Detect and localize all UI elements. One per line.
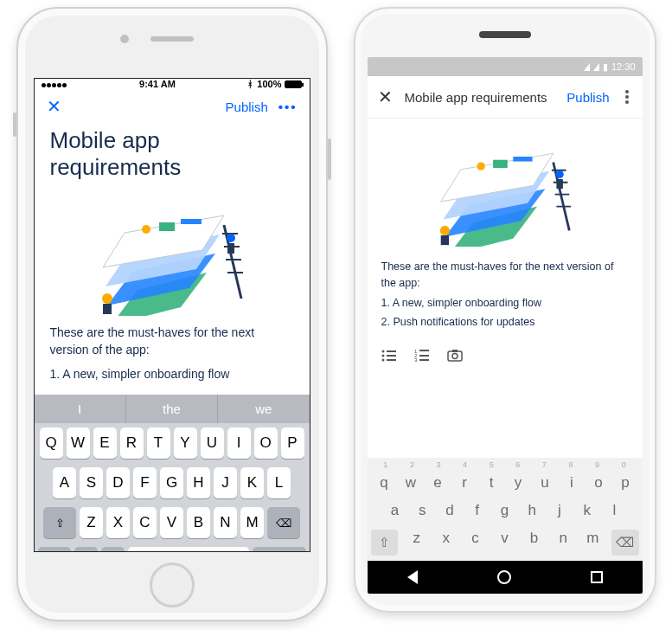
svg-point-34 bbox=[381, 350, 384, 353]
more-menu-button[interactable]: ••• bbox=[278, 100, 298, 114]
key[interactable]: S bbox=[80, 467, 103, 498]
key[interactable]: C bbox=[133, 507, 157, 538]
key[interactable]: r bbox=[453, 474, 476, 492]
suggestion[interactable]: the bbox=[126, 395, 218, 423]
key[interactable]: v bbox=[495, 530, 515, 556]
key[interactable]: t bbox=[480, 474, 502, 492]
num-hint: 4 bbox=[463, 460, 467, 469]
key[interactable]: I bbox=[227, 428, 251, 459]
key[interactable]: s bbox=[411, 502, 433, 519]
key[interactable]: B bbox=[187, 507, 210, 538]
key[interactable]: G bbox=[160, 467, 183, 498]
key[interactable]: w bbox=[400, 474, 422, 492]
key[interactable]: N bbox=[214, 507, 237, 538]
key[interactable]: D bbox=[106, 467, 130, 498]
key[interactable]: V bbox=[160, 507, 183, 538]
svg-rect-33 bbox=[556, 179, 562, 189]
key[interactable]: O bbox=[254, 428, 278, 459]
key[interactable]: e bbox=[426, 474, 449, 492]
battery-percentage: 100% bbox=[257, 79, 281, 89]
key[interactable]: j bbox=[548, 502, 571, 519]
home-button[interactable] bbox=[497, 570, 511, 584]
key[interactable]: Z bbox=[80, 507, 103, 538]
svg-rect-35 bbox=[387, 350, 396, 352]
back-button[interactable] bbox=[407, 570, 418, 584]
key[interactable]: E bbox=[93, 428, 117, 459]
iphone-volume-button bbox=[13, 112, 16, 137]
num-hint: 0 bbox=[622, 460, 626, 469]
key[interactable]: Y bbox=[174, 428, 197, 459]
key[interactable]: l bbox=[604, 502, 626, 519]
key[interactable]: n bbox=[553, 530, 573, 556]
list-item[interactable]: 1. A new, simpler onboarding flow bbox=[50, 366, 294, 383]
key[interactable]: W bbox=[67, 428, 90, 459]
key[interactable]: u bbox=[534, 474, 556, 492]
key[interactable]: A bbox=[53, 467, 76, 498]
numbered-list-button[interactable]: 123 bbox=[414, 348, 430, 367]
key[interactable]: f bbox=[466, 502, 489, 519]
key[interactable]: k bbox=[576, 502, 598, 519]
key[interactable]: X bbox=[106, 507, 130, 538]
intro-paragraph[interactable]: These are the must-haves for the next ve… bbox=[381, 259, 629, 292]
iphone-home-button[interactable] bbox=[150, 562, 195, 608]
publish-button[interactable]: Publish bbox=[566, 90, 609, 105]
mic-key[interactable] bbox=[101, 547, 125, 552]
key[interactable]: h bbox=[521, 502, 543, 519]
key[interactable]: U bbox=[201, 428, 224, 459]
key[interactable]: R bbox=[120, 428, 144, 459]
return-key[interactable]: return bbox=[253, 547, 306, 552]
suggestion[interactable]: we bbox=[218, 395, 309, 423]
key[interactable]: b bbox=[523, 530, 544, 556]
key[interactable]: J bbox=[214, 467, 237, 498]
key[interactable]: y bbox=[507, 474, 529, 492]
key[interactable]: c bbox=[465, 530, 486, 556]
key[interactable]: x bbox=[436, 530, 457, 556]
android-nav-bar bbox=[368, 561, 643, 594]
key[interactable]: a bbox=[383, 502, 406, 519]
num-hint: 9 bbox=[595, 460, 599, 469]
emoji-key[interactable]: ☺ bbox=[74, 547, 98, 552]
key[interactable]: g bbox=[493, 502, 515, 519]
key[interactable]: q bbox=[373, 474, 395, 492]
more-menu-button[interactable] bbox=[622, 90, 632, 104]
num-hint: 1 bbox=[383, 460, 387, 469]
numbers-key[interactable]: 123 bbox=[38, 547, 71, 552]
num-hint: 2 bbox=[410, 460, 414, 469]
list-item[interactable]: 2. Push notifications for updates bbox=[381, 314, 629, 331]
list-item[interactable]: 1. A new, simpler onboarding flow bbox=[381, 295, 629, 312]
close-button[interactable]: ✕ bbox=[47, 98, 61, 115]
key[interactable]: m bbox=[582, 530, 603, 556]
key[interactable]: L bbox=[267, 467, 291, 498]
key[interactable]: T bbox=[147, 428, 170, 459]
backspace-key[interactable]: ⌫ bbox=[267, 507, 300, 538]
keyboard-row: ⇧ z x c v b n m ⌫ bbox=[368, 524, 643, 561]
close-button[interactable]: ✕ bbox=[378, 87, 393, 107]
suggestion[interactable]: I bbox=[35, 395, 126, 423]
publish-button[interactable]: Publish bbox=[226, 100, 268, 114]
key[interactable]: o bbox=[587, 474, 610, 492]
recents-button[interactable] bbox=[591, 571, 603, 583]
key[interactable]: p bbox=[614, 474, 637, 492]
key[interactable]: K bbox=[240, 467, 264, 498]
camera-button[interactable] bbox=[447, 348, 463, 367]
key[interactable]: M bbox=[240, 507, 264, 538]
key[interactable]: Q bbox=[40, 428, 63, 459]
space-key[interactable]: space bbox=[128, 547, 249, 552]
key[interactable]: F bbox=[133, 467, 157, 498]
key[interactable]: H bbox=[187, 467, 210, 498]
key[interactable]: i bbox=[560, 474, 583, 492]
page-title[interactable]: Mobile apprequirements bbox=[35, 124, 310, 186]
intro-paragraph[interactable]: These are the must-haves for the next ve… bbox=[50, 325, 294, 358]
key[interactable]: d bbox=[438, 502, 461, 519]
document-body[interactable]: These are the must-haves for the next ve… bbox=[368, 254, 643, 339]
shift-key[interactable]: ⇧ bbox=[43, 507, 76, 538]
key[interactable]: z bbox=[406, 530, 427, 556]
bulleted-list-button[interactable] bbox=[381, 348, 397, 367]
num-hint: 7 bbox=[542, 460, 547, 469]
key[interactable]: P bbox=[281, 428, 304, 459]
shift-key[interactable]: ⇧ bbox=[371, 530, 398, 556]
backspace-key[interactable]: ⌫ bbox=[611, 530, 638, 556]
document-body[interactable]: These are the must-haves for the next ve… bbox=[35, 319, 310, 395]
hero-illustration bbox=[35, 186, 310, 319]
formatting-toolbar: 123 bbox=[368, 339, 643, 376]
